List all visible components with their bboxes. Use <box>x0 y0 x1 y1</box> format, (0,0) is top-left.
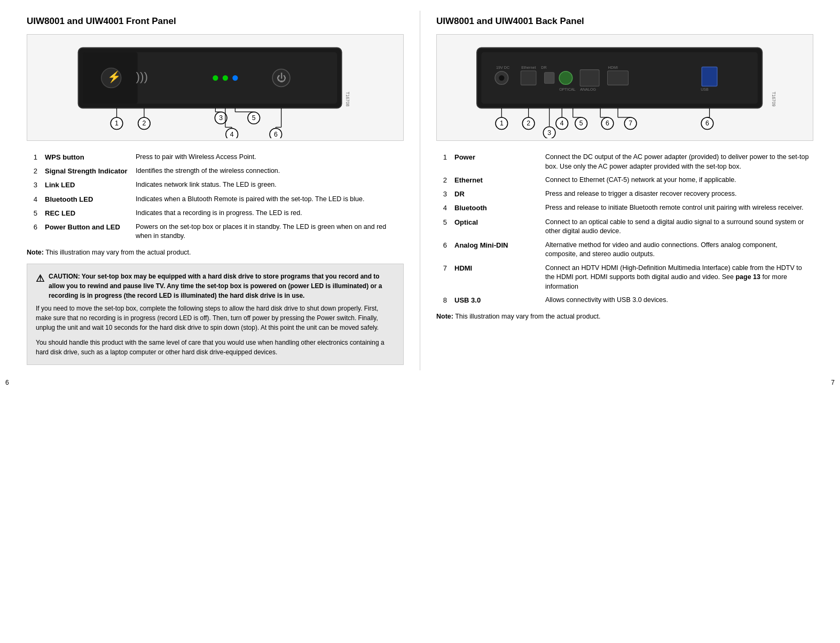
svg-rect-41 <box>521 71 536 85</box>
back-item-row: 5 Optical Connect to an optical cable to… <box>436 216 813 239</box>
svg-text:USB: USB <box>701 88 709 92</box>
caution-para3: You should handle this product with the … <box>36 338 395 357</box>
back-item-row: 8 USB 3.0 Allows connectivity with USB 3… <box>436 293 813 307</box>
svg-text:3: 3 <box>547 129 551 137</box>
panel-divider <box>420 11 420 370</box>
front-item-row: 1 WPS button Press to pair with Wireless… <box>27 150 404 164</box>
caution-header: ⚠ CAUTION: Your set-top box may be equip… <box>36 272 395 300</box>
svg-text:1: 1 <box>115 120 119 127</box>
item-number: 2 <box>27 164 42 178</box>
item-number: 8 <box>436 293 451 307</box>
svg-text:5: 5 <box>579 120 583 127</box>
item-number: 5 <box>27 207 42 220</box>
item-number: 3 <box>436 187 451 201</box>
back-panel-image: Ethernet OPTICAL ANALOG HDMI USB 19V DC … <box>436 34 813 141</box>
front-item-row: 2 Signal Strength Indicator Identifies t… <box>27 164 404 178</box>
item-desc: Connect to Ethernet (CAT-5) network at y… <box>542 173 813 187</box>
item-number: 7 <box>436 261 451 294</box>
back-panel-items-table: 1 Power Connect the DC output of the AC … <box>436 150 813 307</box>
svg-point-8 <box>232 75 238 81</box>
page-footer: 6 7 <box>0 381 840 392</box>
svg-text:4: 4 <box>230 131 233 138</box>
back-item-row: 1 Power Connect the DC output of the AC … <box>436 150 813 173</box>
item-desc: Identifies the strength of the wireless … <box>132 164 404 178</box>
left-panel: UIW8001 and UIW4001 Front Panel ⚡ ))) <box>16 11 414 370</box>
svg-rect-46 <box>580 70 599 86</box>
caution-para2: If you need to move the set-top box, com… <box>36 304 395 332</box>
page-number-left: 6 <box>5 379 9 386</box>
back-note: Note: This illustration may vary from th… <box>436 313 813 320</box>
item-desc: Press and release to trigger a disaster … <box>542 187 813 201</box>
svg-text:OPTICAL: OPTICAL <box>559 88 576 92</box>
front-item-row: 6 Power Button and LED Powers on the set… <box>27 220 404 243</box>
item-label: WPS button <box>42 150 132 164</box>
item-desc: Connect the DC output of the AC power ad… <box>542 150 813 173</box>
item-desc: Connect an HDTV HDMI (High-Definition Mu… <box>542 261 813 294</box>
svg-text:2: 2 <box>527 120 530 127</box>
item-number: 5 <box>436 216 451 239</box>
svg-text:6: 6 <box>705 120 709 127</box>
item-number: 1 <box>436 150 451 173</box>
svg-text:⚡: ⚡ <box>107 70 121 84</box>
back-item-row: 6 Analog Mini-DIN Alternative method for… <box>436 239 813 261</box>
svg-text:6: 6 <box>274 131 278 138</box>
item-label: Power Button and LED <box>42 220 132 243</box>
right-panel: UIW8001 and UIW4001 Back Panel Ethernet … <box>426 11 824 370</box>
back-item-row: 2 Ethernet Connect to Ethernet (CAT-5) n… <box>436 173 813 187</box>
item-label: Link LED <box>42 178 132 192</box>
item-number: 6 <box>436 239 451 261</box>
item-label: Signal Strength Indicator <box>42 164 132 178</box>
front-panel-items-table: 1 WPS button Press to pair with Wireless… <box>27 150 404 243</box>
item-desc: Press to pair with Wireless Access Point… <box>132 150 404 164</box>
item-label: DR <box>451 187 542 201</box>
item-desc: Indicates network link status. The LED i… <box>132 178 404 192</box>
svg-text:ANALOG: ANALOG <box>580 88 596 92</box>
item-number: 4 <box>436 201 451 215</box>
svg-point-40 <box>499 75 504 81</box>
svg-text:DR: DR <box>541 66 546 70</box>
item-label: Bluetooth LED <box>42 193 132 207</box>
svg-point-7 <box>222 75 227 81</box>
item-desc: Press and release to initiate Bluetooth … <box>542 201 813 215</box>
item-label: USB 3.0 <box>451 293 542 307</box>
right-title: UIW8001 and UIW4001 Back Panel <box>436 16 813 27</box>
front-note: Note: This illustration may vary from th… <box>27 249 404 256</box>
page-number-right: 7 <box>831 379 835 386</box>
svg-point-6 <box>213 75 218 81</box>
svg-rect-50 <box>702 67 717 86</box>
front-item-row: 3 Link LED Indicates network link status… <box>27 178 404 192</box>
item-number: 6 <box>27 220 42 243</box>
item-label: Ethernet <box>451 173 542 187</box>
item-number: 2 <box>436 173 451 187</box>
item-desc: Powers on the set-top box or places it i… <box>132 220 404 243</box>
item-desc: Indicates that a recording is in progres… <box>132 207 404 220</box>
svg-text:T16709: T16709 <box>771 92 775 107</box>
svg-rect-48 <box>607 71 628 85</box>
back-item-row: 4 Bluetooth Press and release to initiat… <box>436 201 813 215</box>
svg-text:19V DC: 19V DC <box>496 66 509 70</box>
item-label: HDMI <box>451 261 542 294</box>
svg-text:6: 6 <box>606 120 609 127</box>
caution-icon: ⚠ <box>36 272 44 286</box>
item-number: 1 <box>27 150 42 164</box>
svg-text:7: 7 <box>629 120 632 127</box>
item-desc: Alternative method for video and audio c… <box>542 239 813 261</box>
svg-point-44 <box>559 72 572 85</box>
svg-text:⏻: ⏻ <box>277 72 286 83</box>
svg-text:Ethernet: Ethernet <box>521 66 536 70</box>
back-item-row: 3 DR Press and release to trigger a disa… <box>436 187 813 201</box>
left-title: UIW8001 and UIW4001 Front Panel <box>27 16 404 27</box>
svg-text:2: 2 <box>142 120 146 127</box>
item-label: Bluetooth <box>451 201 542 215</box>
svg-text:4: 4 <box>560 120 563 127</box>
back-item-row: 7 HDMI Connect an HDTV HDMI (High-Defini… <box>436 261 813 294</box>
item-label: Analog Mini-DIN <box>451 239 542 261</box>
svg-text:1: 1 <box>499 120 503 127</box>
item-desc: Indicates when a Blutooth Remote is pair… <box>132 193 404 207</box>
item-number: 3 <box>27 178 42 192</box>
item-desc: Allows connectivity with USB 3.0 devices… <box>542 293 813 307</box>
item-label: REC LED <box>42 207 132 220</box>
front-panel-image: ⚡ ))) ⏻ T16708 1 <box>27 34 404 141</box>
item-desc: Connect to an optical cable to send a di… <box>542 216 813 239</box>
front-item-row: 5 REC LED Indicates that a recording is … <box>27 207 404 220</box>
